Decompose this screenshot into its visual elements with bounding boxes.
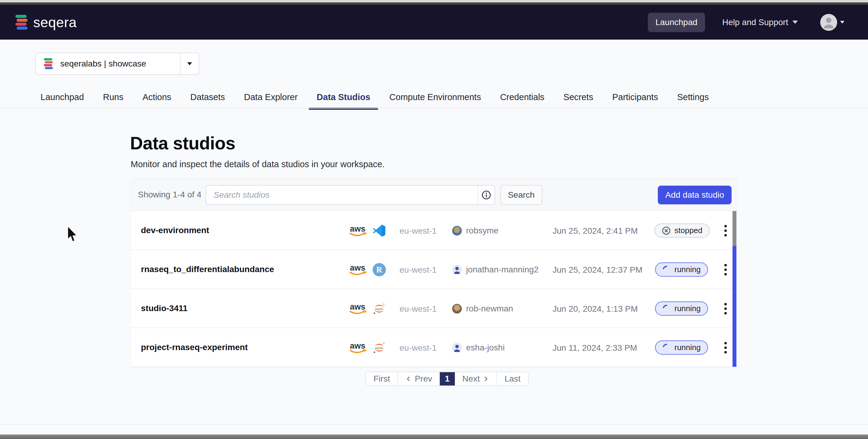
svg-text:aws: aws (350, 263, 365, 273)
table-row[interactable]: studio-3411 aws jupyter eu-w (131, 289, 737, 328)
search-button[interactable]: Search (500, 185, 542, 205)
tab-credentials[interactable]: Credentials (500, 92, 545, 109)
studio-name-link[interactable]: project-rnaseq-experiment (141, 343, 248, 352)
seqera-logo-icon (14, 14, 28, 31)
region-label: eu-west-1 (400, 304, 437, 314)
created-date: Jun 20, 2024, 1:13 PM (553, 304, 638, 314)
provider-icons: aws (349, 211, 386, 250)
brand-logo[interactable]: seqera (14, 5, 77, 40)
user-avatar (452, 304, 462, 314)
aws-icon: aws (349, 341, 368, 354)
tab-settings[interactable]: Settings (677, 92, 709, 109)
mouse-cursor (67, 226, 79, 242)
chevron-down-icon (840, 21, 844, 24)
scrollbar-accent-track (733, 246, 737, 367)
user-avatar (452, 343, 462, 352)
pagination-next-button[interactable]: Next (455, 372, 497, 385)
region-label: eu-west-1 (400, 226, 437, 236)
tab-secrets[interactable]: Secrets (563, 92, 593, 109)
chevron-down-icon (187, 62, 192, 65)
table-row[interactable]: rnaseq_to_differentialabundance aws R eu… (131, 250, 737, 289)
tab-actions[interactable]: Actions (143, 92, 171, 109)
scrollbar-thumb[interactable] (733, 211, 737, 246)
user-avatar-icon (820, 14, 837, 31)
pagination-first-button[interactable]: First (366, 372, 397, 385)
studios-table-card: Showing 1-4 of 4 Search Add data studio … (131, 179, 737, 367)
tab-data-explorer[interactable]: Data Explorer (244, 92, 298, 109)
help-and-support-label: Help and Support (722, 18, 788, 27)
status-badge: running (655, 340, 708, 355)
pagination-prev-button[interactable]: Prev (398, 372, 440, 385)
page-title: Data studios (130, 133, 235, 154)
tab-compute-environments[interactable]: Compute Environments (389, 92, 481, 109)
kebab-menu-button[interactable] (719, 222, 732, 240)
user-name: jonathan-manning2 (466, 265, 539, 275)
tab-datasets[interactable]: Datasets (190, 92, 225, 109)
workspace-logo-icon (43, 58, 54, 70)
add-data-studio-button[interactable]: Add data studio (658, 186, 732, 205)
status-badge: running (655, 302, 708, 316)
user-name: robsyme (466, 226, 498, 236)
aws-icon: aws (349, 302, 368, 315)
help-and-support-menu[interactable]: Help and Support (722, 5, 798, 40)
status-badge: stopped (654, 223, 710, 238)
chevron-left-icon (406, 376, 412, 382)
studio-name-link[interactable]: dev-environment (141, 225, 209, 235)
studios-table-body: dev-environment aws eu-west-1 robsym (131, 211, 737, 367)
screen-edge-bottom (0, 435, 868, 439)
status-label: running (675, 304, 701, 313)
stopped-icon (662, 226, 671, 235)
data-studios-page: seqera Launchpad Help and Support seqera… (0, 0, 868, 439)
studio-name-link[interactable]: studio-3411 (141, 304, 187, 313)
tab-data-studios[interactable]: Data Studios (317, 92, 370, 109)
svg-text:aws: aws (350, 341, 365, 350)
launchpad-button[interactable]: Launchpad (648, 13, 705, 32)
table-scrollbar[interactable] (733, 211, 737, 367)
region-label: eu-west-1 (400, 265, 437, 275)
page-subtitle: Monitor and inspect the details of data … (131, 159, 385, 169)
region-label: eu-west-1 (400, 343, 437, 353)
svg-text:aws: aws (350, 302, 365, 311)
search-input-group (206, 185, 495, 205)
kebab-menu-button[interactable] (719, 300, 732, 317)
user-menu[interactable] (820, 5, 844, 40)
tab-bar: Launchpad Runs Actions Datasets Data Exp… (40, 92, 709, 109)
chevron-down-icon (793, 21, 798, 24)
created-date: Jun 25, 2024, 12:37 PM (553, 265, 642, 275)
chevron-right-icon (483, 376, 489, 382)
table-row[interactable]: dev-environment aws eu-west-1 robsym (131, 211, 737, 250)
top-navbar: seqera Launchpad Help and Support (0, 5, 868, 40)
tab-bar-divider (0, 108, 868, 108)
kebab-menu-button[interactable] (719, 261, 732, 278)
pagination-next-label: Next (462, 374, 480, 384)
info-icon[interactable] (477, 186, 495, 205)
user-avatar (452, 226, 462, 236)
r-ide-icon: R (372, 263, 386, 277)
spinner-icon (662, 305, 671, 313)
screen-edge-top (0, 0, 868, 2)
table-row[interactable]: project-rnaseq-experiment aws jupyter (131, 328, 737, 367)
workspace-name: seqeralabs | showcase (60, 59, 180, 69)
tab-runs[interactable]: Runs (103, 92, 124, 109)
svg-text:jupyter: jupyter (375, 346, 383, 349)
kebab-menu-button[interactable] (719, 339, 732, 356)
workspace-dropdown-toggle[interactable] (180, 53, 199, 74)
screen-edge-top-dark (0, 2, 868, 5)
results-count: Showing 1-4 of 4 (138, 190, 202, 199)
pagination: First Prev 1 Next Last (365, 372, 529, 386)
workspace-selector[interactable]: seqeralabs | showcase (35, 53, 199, 75)
provider-icons: aws jupyter (349, 289, 386, 328)
aws-icon: aws (349, 224, 368, 237)
spinner-icon (662, 265, 671, 274)
search-input[interactable] (206, 186, 477, 205)
provider-icons: aws R (349, 250, 386, 289)
tab-participants[interactable]: Participants (612, 92, 658, 109)
studio-name-link[interactable]: rnaseq_to_differentialabundance (141, 264, 274, 274)
pagination-last-button[interactable]: Last (497, 372, 528, 385)
aws-icon: aws (349, 263, 368, 276)
pagination-current-page[interactable]: 1 (440, 372, 455, 385)
jupyter-icon: jupyter (372, 341, 386, 355)
tab-launchpad[interactable]: Launchpad (40, 92, 84, 109)
footer-divider (0, 424, 868, 425)
provider-icons: aws jupyter (349, 328, 386, 367)
